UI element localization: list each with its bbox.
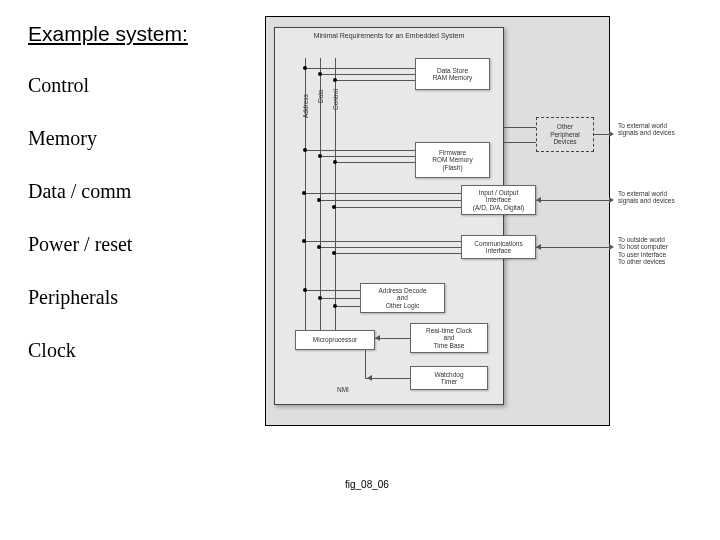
list-item: Control bbox=[28, 74, 228, 97]
rom-block: Firmware ROM Memory (Flash) bbox=[415, 142, 490, 178]
embedded-system-diagram: Minimal Requirements for an Embedded Sys… bbox=[265, 16, 610, 426]
list-item: Memory bbox=[28, 127, 228, 150]
ext-label-comm: To outside world To host computer To use… bbox=[618, 236, 668, 266]
bus-label-data: Data bbox=[317, 89, 324, 103]
figure-label: fig_08_06 bbox=[345, 479, 389, 490]
diagram-title: Minimal Requirements for an Embedded Sys… bbox=[275, 32, 503, 39]
system-boundary: Minimal Requirements for an Embedded Sys… bbox=[274, 27, 504, 405]
io-block: Input / Output Interface (A/D, D/A, Digi… bbox=[461, 185, 536, 215]
nmi-label: NMI bbox=[337, 386, 349, 393]
list-item: Clock bbox=[28, 339, 228, 362]
bus-label-control: Control bbox=[332, 89, 339, 110]
cpu-block: Microprocessor bbox=[295, 330, 375, 350]
rtc-block: Real-time Clock and Time Base bbox=[410, 323, 488, 353]
left-title: Example system: bbox=[28, 22, 228, 46]
ext-label-periph: To external world signals and devices bbox=[618, 122, 675, 137]
bus-label-address: Address bbox=[302, 94, 309, 118]
wdt-block: Watchdog Timer bbox=[410, 366, 488, 390]
list-item: Peripherals bbox=[28, 286, 228, 309]
list-item: Data / comm bbox=[28, 180, 228, 203]
peripheral-block: Other Peripheral Devices bbox=[536, 117, 594, 152]
list-item: Power / reset bbox=[28, 233, 228, 256]
comm-block: Communications Interface bbox=[461, 235, 536, 259]
ext-label-io: To external world signals and devices bbox=[618, 190, 675, 205]
ram-block: Data Store RAM Memory bbox=[415, 58, 490, 90]
decode-block: Address Decode and Other Logic bbox=[360, 283, 445, 313]
